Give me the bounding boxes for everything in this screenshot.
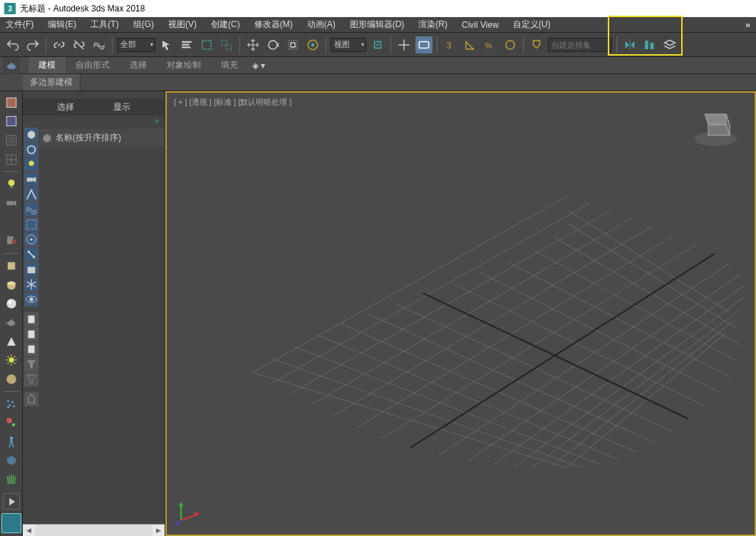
mirror-button[interactable] (621, 36, 638, 53)
filter-xrefs-icon[interactable] (24, 232, 38, 247)
scene-explorer-icon[interactable] (3, 94, 20, 111)
filter-frozen-icon[interactable] (24, 277, 38, 292)
grass-icon[interactable] (3, 471, 20, 488)
selection-set-input[interactable] (548, 38, 612, 52)
light-bulb-icon[interactable] (3, 175, 20, 192)
moon-icon[interactable] (3, 214, 20, 231)
viewport[interactable]: [ + ] [透视 ] [标准 ] [默认明暗处理 ] (165, 91, 756, 536)
window-crossing-button[interactable] (218, 36, 235, 53)
filter-extra1-icon[interactable] (24, 312, 38, 326)
biped-icon[interactable] (3, 433, 20, 450)
link-button[interactable] (51, 36, 68, 53)
bind-spacewarp-button[interactable] (90, 36, 108, 53)
spinner-snap-button[interactable] (502, 36, 519, 53)
ribbon-dropdown-icon[interactable]: ◈ ▾ (248, 61, 269, 71)
viewport-label[interactable]: [ + ] [透视 ] [标准 ] [默认明暗处理 ] (174, 97, 291, 108)
menu-graph-editors[interactable]: 图形编辑器(D) (350, 19, 405, 31)
edit-selection-set-button[interactable] (528, 36, 545, 53)
undo-button[interactable] (4, 36, 21, 53)
menu-edit[interactable]: 编辑(E) (48, 19, 76, 31)
filter-geometry-icon[interactable] (24, 128, 38, 142)
redo-button[interactable] (24, 36, 41, 53)
scroll-left-arrow[interactable]: ◀ (23, 525, 35, 537)
filter-funnel-icon[interactable] (24, 357, 38, 371)
menu-overflow[interactable]: » (745, 20, 750, 30)
ref-coord-dropdown[interactable]: 视图 (331, 38, 366, 52)
select-rotate-button[interactable] (264, 36, 281, 53)
selection-filter-dropdown[interactable]: 全部 (117, 38, 155, 52)
snap-3-button[interactable]: 3 (442, 36, 459, 53)
menu-civil-view[interactable]: Civil View (462, 20, 499, 30)
select-place-button[interactable] (304, 36, 321, 53)
scene-horizontal-scrollbar[interactable]: ◀ ▶ (23, 524, 165, 536)
list-icon[interactable] (3, 132, 20, 149)
ribbon-tab-freeform[interactable]: 自由形式 (66, 57, 120, 73)
play-button[interactable] (3, 493, 20, 510)
filter-bag-icon[interactable] (24, 392, 38, 406)
pivot-center-button[interactable] (369, 36, 386, 53)
teapot-primitive-icon[interactable] (3, 314, 20, 331)
teapot-icon[interactable] (3, 57, 20, 74)
hexagon-icon[interactable] (3, 453, 20, 470)
menu-modifiers[interactable]: 修改器(M) (254, 19, 293, 31)
box-primitive-icon[interactable] (3, 257, 20, 274)
camera-icon[interactable] (3, 195, 20, 212)
forces-icon[interactable] (3, 414, 20, 431)
filter-lights-icon[interactable] (24, 158, 38, 172)
scene-tab-select[interactable]: 选择 (57, 101, 74, 113)
filter-extra3-icon[interactable] (24, 342, 38, 356)
viewcube[interactable] (690, 100, 740, 150)
menu-views[interactable]: 视图(V) (168, 19, 197, 31)
ribbon-tab-modeling[interactable]: 建模 (29, 57, 66, 73)
filter-cameras-icon[interactable] (24, 172, 38, 187)
particles-icon[interactable] (3, 396, 20, 413)
scroll-right-arrow[interactable]: ▶ (152, 525, 165, 537)
scene-name-header[interactable]: 名称(按升序排序) (53, 130, 163, 145)
ribbon-tab-object-paint[interactable]: 对象绘制 (157, 57, 211, 73)
menu-group[interactable]: 组(G) (133, 19, 154, 31)
viewport-canvas[interactable] (167, 93, 755, 535)
menu-rendering[interactable]: 渲染(R) (418, 19, 447, 31)
percent-snap-button[interactable]: % (482, 36, 499, 53)
sun-icon[interactable] (3, 352, 20, 369)
select-scale-button[interactable] (284, 36, 301, 53)
subribbon-poly-modeling[interactable]: 多边形建模 (23, 74, 81, 91)
scene-list[interactable] (40, 147, 165, 524)
scene-tab-display[interactable]: 显示 (113, 101, 130, 113)
angle-snap-button[interactable] (462, 36, 479, 53)
select-by-name-button[interactable] (178, 36, 195, 53)
filter-helpers-icon[interactable] (24, 187, 38, 202)
filter-spacewarps-icon[interactable] (24, 202, 38, 217)
rectangular-region-button[interactable] (198, 36, 215, 53)
select-object-button[interactable] (158, 36, 175, 53)
filter-funnel2-icon[interactable] (24, 372, 38, 386)
menu-file[interactable]: 文件(F) (6, 19, 33, 31)
menu-tools[interactable]: 工具(T) (90, 19, 118, 31)
sphere-primitive-icon[interactable] (3, 276, 20, 293)
grid-icon[interactable] (3, 151, 20, 168)
ribbon-tab-populate[interactable]: 填充 (211, 57, 248, 73)
movie-camera-icon[interactable] (3, 232, 20, 249)
filter-extra2-icon[interactable] (24, 327, 38, 341)
layer-explorer-icon[interactable] (3, 113, 20, 130)
align-button[interactable] (641, 36, 658, 53)
keyboard-shortcut-button[interactable] (415, 36, 433, 53)
cone-primitive-icon[interactable] (3, 333, 20, 350)
layer-manager-button[interactable] (661, 36, 678, 53)
select-manipulate-button[interactable] (395, 36, 413, 53)
circle-primitive-icon[interactable] (3, 295, 20, 312)
active-tool-icon[interactable] (1, 513, 21, 533)
filter-groups-icon[interactable] (24, 217, 38, 232)
filter-bones-icon[interactable] (24, 247, 38, 262)
menu-animation[interactable]: 动画(A) (307, 19, 336, 31)
sphere-dark-icon[interactable] (3, 371, 20, 388)
filter-shapes-icon[interactable] (24, 143, 38, 157)
ribbon-tab-selection[interactable]: 选择 (120, 57, 157, 73)
select-move-button[interactable] (244, 36, 262, 53)
scene-expand-icon[interactable]: » (23, 115, 165, 126)
filter-hidden-icon[interactable] (24, 292, 38, 306)
unlink-button[interactable] (71, 36, 88, 53)
menu-create[interactable]: 创建(C) (211, 19, 240, 31)
filter-containers-icon[interactable] (24, 262, 38, 277)
menu-customize[interactable]: 自定义(U) (513, 19, 551, 31)
